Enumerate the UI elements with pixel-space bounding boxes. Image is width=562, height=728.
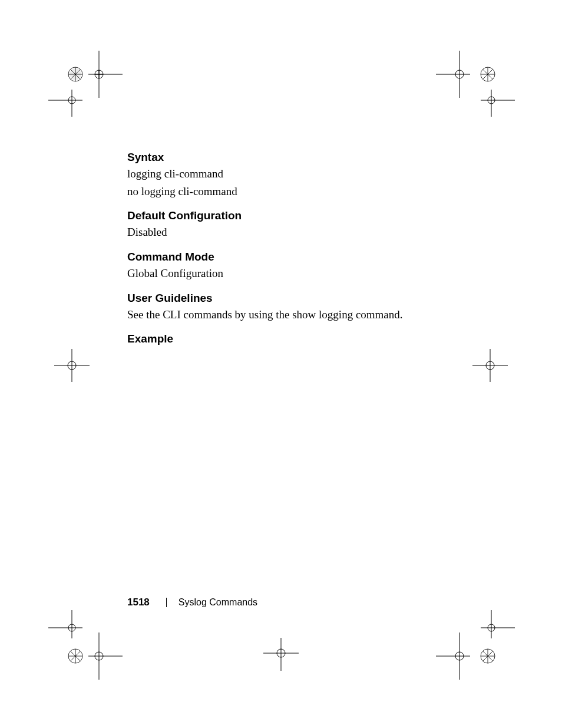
svg-point-50 bbox=[455, 652, 464, 660]
heading-syntax: Syntax bbox=[127, 151, 457, 164]
svg-point-33 bbox=[277, 649, 285, 657]
heading-example: Example bbox=[127, 332, 457, 345]
crop-mark-icon bbox=[260, 637, 302, 672]
svg-point-51 bbox=[481, 649, 495, 663]
svg-point-37 bbox=[68, 649, 82, 663]
svg-point-27 bbox=[68, 361, 76, 370]
crop-mark-icon bbox=[53, 348, 94, 383]
syntax-line-2: no logging cli-command bbox=[127, 184, 457, 199]
svg-point-8 bbox=[95, 70, 103, 78]
svg-point-17 bbox=[481, 67, 495, 81]
page-footer: 1518 Syslog Commands bbox=[127, 597, 257, 608]
heading-default-configuration: Default Configuration bbox=[127, 209, 457, 222]
svg-line-41 bbox=[71, 651, 81, 661]
svg-line-20 bbox=[483, 70, 493, 80]
crop-mark-icon bbox=[435, 46, 517, 117]
heading-command-mode: Command Mode bbox=[127, 251, 457, 263]
page-content: Syntax logging cli-command no logging cl… bbox=[127, 151, 457, 345]
footer-separator bbox=[166, 598, 167, 607]
svg-point-13 bbox=[68, 97, 75, 104]
crop-mark-icon bbox=[435, 610, 517, 687]
crop-mark-icon bbox=[468, 348, 509, 383]
svg-point-36 bbox=[68, 624, 75, 631]
svg-line-5 bbox=[71, 70, 81, 80]
user-guidelines-body: See the CLI commands by using the show l… bbox=[127, 307, 457, 322]
svg-point-47 bbox=[488, 624, 495, 631]
footer-section-title: Syslog Commands bbox=[178, 597, 257, 608]
svg-point-24 bbox=[488, 97, 495, 104]
crop-mark-icon bbox=[46, 46, 128, 117]
command-mode-body: Global Configuration bbox=[127, 266, 457, 281]
svg-line-40 bbox=[71, 651, 81, 661]
crop-mark-icon bbox=[46, 610, 128, 687]
svg-line-54 bbox=[483, 651, 493, 661]
svg-point-0 bbox=[68, 67, 82, 81]
svg-point-30 bbox=[486, 361, 494, 370]
svg-point-44 bbox=[95, 652, 103, 660]
svg-point-16 bbox=[455, 70, 464, 78]
syntax-line-1: logging cli-command bbox=[127, 166, 457, 182]
heading-user-guidelines: User Guidelines bbox=[127, 292, 457, 305]
svg-line-21 bbox=[483, 70, 493, 80]
svg-line-4 bbox=[71, 70, 81, 80]
default-configuration-body: Disabled bbox=[127, 225, 457, 240]
page-number: 1518 bbox=[127, 597, 150, 608]
svg-line-55 bbox=[483, 651, 493, 661]
svg-point-1 bbox=[70, 68, 81, 80]
